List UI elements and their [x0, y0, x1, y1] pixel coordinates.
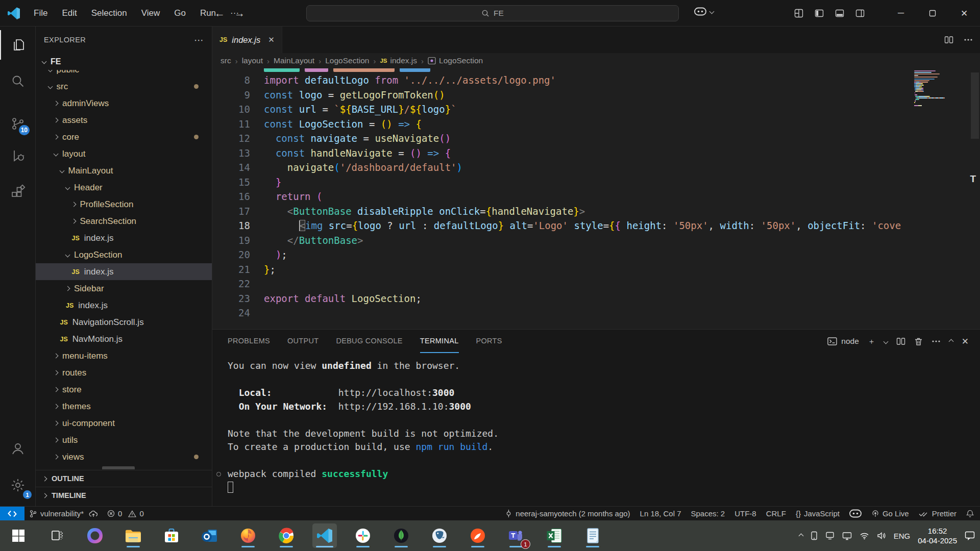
- activitybar-run-debug[interactable]: [0, 141, 36, 170]
- tree-item-index.js[interactable]: JSindex.js: [36, 230, 212, 246]
- taskbar-app-task-view[interactable]: [44, 523, 69, 548]
- taskbar-app-firefox[interactable]: [236, 523, 260, 548]
- tree-item-index.js[interactable]: JSindex.js: [36, 263, 212, 280]
- status-language-mode[interactable]: {}JavaScript: [796, 507, 840, 521]
- menu-go[interactable]: Go: [167, 5, 193, 22]
- tree-item-ui-component[interactable]: ui-component: [36, 415, 212, 432]
- toggle-panel-icon[interactable]: [835, 9, 844, 18]
- status-encoding[interactable]: UTF-8: [734, 507, 756, 521]
- status-copilot[interactable]: [849, 507, 862, 521]
- taskbar-clock[interactable]: 16:52 04-04-2025: [918, 526, 957, 545]
- tree-item-Sidebar[interactable]: Sidebar: [36, 280, 212, 297]
- tree-item-layout[interactable]: layout: [36, 145, 212, 162]
- volume-icon[interactable]: [877, 532, 886, 540]
- timeline-section[interactable]: TIMELINE: [36, 487, 212, 504]
- keyboard-language[interactable]: ENG: [894, 532, 911, 540]
- tree-item-Header[interactable]: Header: [36, 179, 212, 196]
- taskbar-app-microsoft-store[interactable]: [159, 523, 184, 548]
- copilot-menu[interactable]: [694, 7, 714, 16]
- wifi-icon[interactable]: [860, 532, 869, 540]
- activitybar-extensions[interactable]: [0, 177, 36, 207]
- outline-section[interactable]: OUTLINE: [36, 470, 212, 487]
- menu-view[interactable]: View: [134, 5, 167, 22]
- tree-item-store[interactable]: store: [36, 381, 212, 398]
- close-button[interactable]: ✕: [948, 0, 980, 27]
- remote-desktop-icon[interactable]: [825, 531, 835, 540]
- activitybar-source-control[interactable]: 10: [0, 109, 36, 138]
- notifications-icon[interactable]: [965, 531, 975, 540]
- tab-close-icon[interactable]: ✕: [268, 35, 275, 44]
- minimize-button[interactable]: ─: [885, 0, 917, 27]
- editor-more-icon[interactable]: [964, 38, 973, 41]
- taskbar-app-vscode[interactable]: [312, 523, 337, 548]
- tree-item-ProfileSection[interactable]: ProfileSection: [36, 196, 212, 213]
- tree-item-utils[interactable]: utils: [36, 432, 212, 448]
- breadcrumb-item-LogoSection[interactable]: LogoSection: [428, 56, 483, 65]
- tree-item-adminViews[interactable]: adminViews: [36, 95, 212, 112]
- breadcrumb-item-src[interactable]: src: [220, 56, 231, 65]
- status-git-branch[interactable]: vulnerability*: [24, 507, 103, 521]
- tree-item-themes[interactable]: themes: [36, 398, 212, 415]
- taskbar-app-excel[interactable]: [542, 523, 567, 548]
- new-terminal-button[interactable]: ＋: [868, 337, 875, 346]
- status-eol[interactable]: CRLF: [766, 507, 786, 521]
- tree-item-public[interactable]: public: [36, 70, 212, 78]
- taskbar-app-slack[interactable]: [351, 523, 375, 548]
- tree-item-assets[interactable]: assets: [36, 112, 212, 129]
- taskbar-app-mongodb[interactable]: [389, 523, 413, 548]
- code-editor[interactable]: 8import defaultLogo from '../../../asset…: [212, 68, 913, 329]
- kill-terminal-icon[interactable]: [914, 337, 923, 346]
- back-button[interactable]: ←: [214, 7, 225, 19]
- tree-root-fe[interactable]: FE: [36, 53, 212, 70]
- breadcrumb-item-MainLayout[interactable]: MainLayout: [274, 56, 314, 65]
- activitybar-settings[interactable]: 1: [0, 470, 36, 500]
- tree-item-views[interactable]: views: [36, 448, 212, 465]
- tree-item-MainLayout[interactable]: MainLayout: [36, 162, 212, 179]
- tree-item-NavMotion.js[interactable]: JSNavMotion.js: [36, 331, 212, 347]
- status-go-live[interactable]: Go Live: [871, 507, 909, 521]
- tree-item-index.js[interactable]: JSindex.js: [36, 297, 212, 314]
- tab-index-js[interactable]: JS index.js ✕: [212, 27, 282, 53]
- forward-button[interactable]: →: [234, 7, 245, 19]
- status-prettier[interactable]: Prettier: [919, 507, 957, 521]
- customize-layout-icon[interactable]: [794, 9, 803, 18]
- panel-more-icon[interactable]: [932, 340, 941, 343]
- taskbar-app-pgadmin[interactable]: [465, 523, 490, 548]
- panel-tab-problems[interactable]: PROBLEMS: [228, 330, 270, 353]
- status-problems[interactable]: 00: [103, 507, 149, 521]
- terminal-instance[interactable]: node: [827, 337, 859, 346]
- taskbar-app-outlook[interactable]: [198, 523, 222, 548]
- terminal-output[interactable]: You can now view undefined in the browse…: [228, 359, 970, 506]
- maximize-panel-icon[interactable]: [948, 339, 953, 344]
- taskbar-app-notepad[interactable]: [580, 523, 605, 548]
- tree-item-NavigationScroll.js[interactable]: JSNavigationScroll.js: [36, 314, 212, 331]
- menu-selection[interactable]: Selection: [84, 5, 134, 22]
- toggle-secondary-sidebar-icon[interactable]: [855, 9, 865, 18]
- panel-tab-output[interactable]: OUTPUT: [287, 330, 318, 353]
- split-editor-icon[interactable]: [944, 36, 953, 44]
- terminal-dropdown-icon[interactable]: [883, 339, 888, 344]
- taskbar-app-chrome[interactable]: [274, 523, 299, 548]
- taskbar-app-copilot[interactable]: [83, 523, 107, 548]
- explorer-more-button[interactable]: ⋯: [194, 34, 204, 46]
- activitybar-search[interactable]: [0, 66, 36, 96]
- status-cursor-position[interactable]: Ln 18, Col 7: [640, 507, 681, 521]
- breadcrumb-item-LogoSection[interactable]: LogoSection: [325, 56, 369, 65]
- tree-item-routes[interactable]: routes: [36, 364, 212, 381]
- status-remote[interactable]: [0, 507, 24, 521]
- restore-button[interactable]: [917, 0, 948, 27]
- breadcrumb-item-index.js[interactable]: JSindex.js: [380, 56, 417, 65]
- toggle-sidebar-icon[interactable]: [815, 9, 824, 18]
- panel-tab-debug-console[interactable]: DEBUG CONSOLE: [336, 330, 402, 353]
- taskbar-app-start[interactable]: [6, 523, 31, 548]
- phone-icon[interactable]: [811, 531, 818, 540]
- status-notifications[interactable]: [966, 507, 974, 521]
- tree-item-SearchSection[interactable]: SearchSection: [36, 213, 212, 230]
- command-center-search[interactable]: FE: [306, 5, 679, 21]
- activitybar-accounts[interactable]: [0, 434, 36, 463]
- taskbar-app-teams[interactable]: 1: [504, 523, 528, 548]
- panel-tab-terminal[interactable]: TERMINAL: [420, 330, 459, 353]
- editor-scrollbar[interactable]: [971, 72, 979, 139]
- tree-item-core[interactable]: core: [36, 129, 212, 145]
- minimap[interactable]: [913, 68, 935, 329]
